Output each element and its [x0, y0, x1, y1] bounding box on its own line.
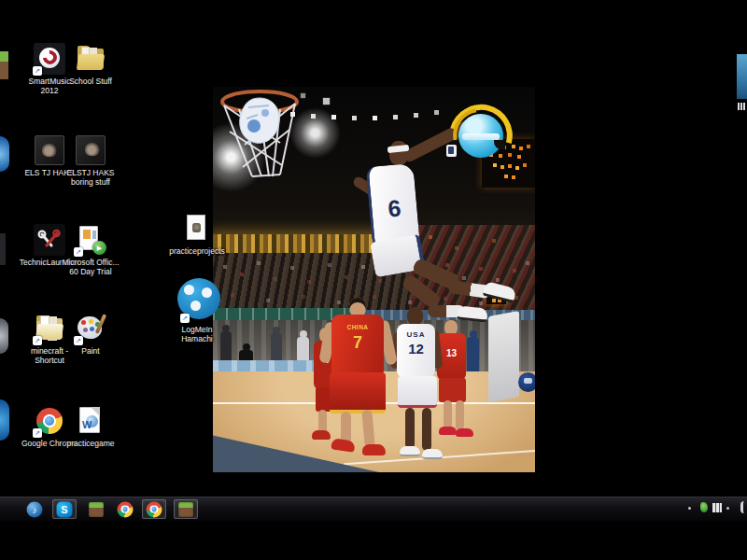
internet-explorer-logo	[454, 109, 508, 162]
desktop-icon-practicegame[interactable]: W practicegame	[71, 407, 110, 448]
icon-label: School Stuff	[60, 77, 121, 86]
icon-label: LogMeIn Hamachi	[166, 325, 228, 343]
court-logo-sign	[518, 372, 535, 392]
courtside-person	[467, 337, 479, 374]
shortcut-arrow-icon: ↗	[33, 66, 42, 76]
chrome-icon	[147, 501, 162, 517]
desktop-icon-logmein-hamachi[interactable]: ↗ LogMeIn Hamachi	[177, 286, 217, 343]
taskbar[interactable]: ♪ S	[0, 497, 747, 521]
document-icon	[187, 215, 205, 240]
backboard-stanchion	[488, 311, 519, 402]
photo-icon	[76, 135, 106, 165]
tray-hamachi-icon[interactable]	[700, 502, 708, 512]
minecraft-icon	[178, 502, 193, 517]
desktop-icon-school-stuff[interactable]: School Stuff	[71, 45, 110, 86]
taskbar-itunes[interactable]: ♪	[22, 499, 47, 519]
desktop-icon-practiceprojects[interactable]: practiceprojects	[177, 215, 217, 256]
shortcut-arrow-icon: ↗	[74, 336, 83, 345]
icon-label: Microsoft Offic... 60 Day Trial	[60, 258, 121, 276]
partial-glyph	[738, 103, 745, 110]
desktop-icon-microsoft-office-trial[interactable]: ▶ ↗ Microsoft Offic... 60 Day Trial	[71, 226, 110, 276]
ie-e-bar	[462, 133, 500, 140]
tray-network-icon[interactable]	[712, 503, 722, 512]
taskbar-chrome[interactable]	[113, 499, 137, 519]
itunes-icon: ♪	[27, 501, 43, 517]
edge-icon-round-blue2-partial[interactable]	[0, 399, 9, 441]
tray-hidden-icons-dot[interactable]	[688, 507, 691, 510]
edge-icon-round-blue-partial[interactable]	[0, 136, 9, 172]
wallpaper-image: 4 13 USA 12 CHIN	[213, 87, 535, 472]
icon-label: practiceprojects	[166, 246, 228, 256]
edge-icon-minecraft-partial[interactable]	[0, 51, 8, 79]
crowd-speckles	[213, 87, 215, 89]
shortcut-arrow-icon: ↗	[74, 247, 83, 257]
chrome-icon	[118, 501, 134, 517]
desktop-icon-minecraft-folder[interactable]: ↗ minecraft - Shortcut	[30, 315, 69, 365]
desktop-icon-smartmusic[interactable]: ↗ SmartMusic 2012	[30, 45, 69, 95]
shortcut-arrow-icon: ↗	[33, 428, 42, 438]
taskbar-chrome-running[interactable]	[142, 499, 166, 519]
edge-icon-partial[interactable]	[0, 233, 6, 265]
lebron-jersey: 6	[365, 163, 419, 245]
icon-label: practicegame	[60, 439, 121, 448]
shortcut-arrow-icon: ↗	[180, 314, 190, 323]
shortcut-arrow-icon: ↗	[33, 336, 42, 345]
word-doc-icon: W	[79, 407, 100, 433]
photo-icon	[35, 135, 64, 165]
icon-label: Paint	[60, 346, 121, 356]
play-badge-icon: ▶	[92, 241, 106, 255]
minecraft-icon	[89, 502, 104, 517]
partial-window-edge[interactable]	[737, 54, 747, 99]
desktop-icon-paint[interactable]: ↗ Paint	[71, 315, 110, 356]
basketball-hoop	[217, 87, 303, 182]
tray-partial-icon[interactable]	[740, 501, 746, 513]
taskbar-minecraft-running[interactable]	[174, 499, 198, 519]
taskbar-skype[interactable]: S	[52, 499, 77, 519]
desktop-icon-elstj-haks-boring-stuff[interactable]: ELSTJ HAKS boring stuff	[71, 136, 110, 187]
taskbar-minecraft[interactable]	[84, 499, 108, 519]
tray-dot[interactable]	[726, 507, 729, 510]
edge-icon-round-gray-partial[interactable]	[0, 318, 8, 354]
icon-label: ELSTJ HAKS boring stuff	[60, 168, 121, 187]
skype-icon: S	[57, 501, 73, 517]
sponsor-badge	[446, 145, 457, 157]
